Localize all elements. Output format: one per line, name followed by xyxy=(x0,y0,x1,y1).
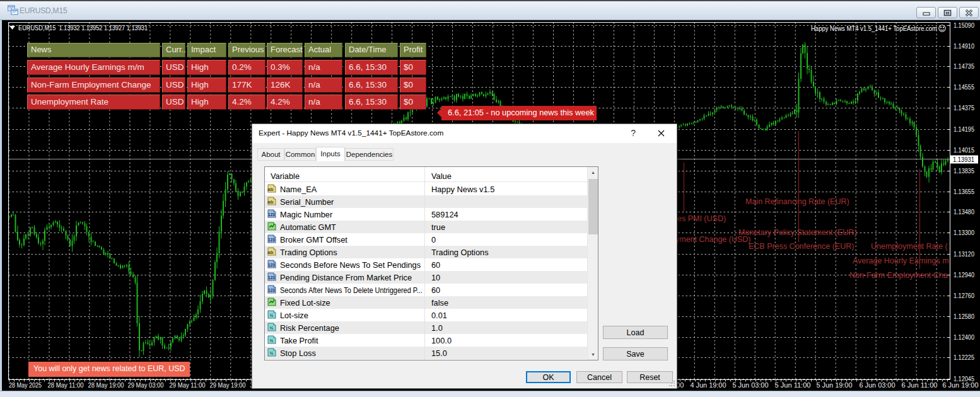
svg-text:1.12760: 1.12760 xyxy=(954,292,974,299)
svg-text:Main Refinancing Rate (EUR): Main Refinancing Rate (EUR) xyxy=(745,197,849,206)
svg-text:1.13655: 1.13655 xyxy=(954,188,974,195)
svg-text:1.12580: 1.12580 xyxy=(954,313,974,320)
svg-text:es PMI (USD): es PMI (USD) xyxy=(677,214,726,223)
svg-text:1.12940: 1.12940 xyxy=(954,271,974,279)
svg-text:1.12225: 1.12225 xyxy=(954,354,974,361)
svg-text:½: ½ xyxy=(270,326,274,330)
svg-text:6 Jun 11:00: 6 Jun 11:00 xyxy=(902,381,938,389)
svg-text:Average Hourly Earnings m: Average Hourly Earnings m xyxy=(853,256,949,265)
svg-text:123: 123 xyxy=(268,212,275,217)
svg-text:ab: ab xyxy=(267,187,273,192)
svg-text:5 Jun 03:00: 5 Jun 03:00 xyxy=(733,381,769,389)
svg-text:Non-Farm Employment Cha: Non-Farm Employment Cha xyxy=(849,271,948,280)
svg-text:6 Jun 03:00: 6 Jun 03:00 xyxy=(860,381,895,389)
svg-text:6 Jun 19:00: 6 Jun 19:00 xyxy=(943,381,979,389)
svg-text:1.14195: 1.14195 xyxy=(954,125,974,133)
svg-text:123: 123 xyxy=(268,263,275,267)
svg-text:1.15090: 1.15090 xyxy=(954,21,974,29)
svg-text:1.14375: 1.14375 xyxy=(954,104,974,112)
svg-text:28 May 2025: 28 May 2025 xyxy=(9,381,42,389)
svg-text:ab: ab xyxy=(267,250,273,255)
svg-text:yment Change (USD): yment Change (USD) xyxy=(675,235,751,244)
svg-text:1.13480: 1.13480 xyxy=(954,208,974,216)
svg-text:1.14555: 1.14555 xyxy=(954,83,974,91)
svg-text:1.13931: 1.13931 xyxy=(953,156,974,163)
svg-text:1.13300: 1.13300 xyxy=(954,229,974,236)
svg-text:1.12400: 1.12400 xyxy=(954,333,974,341)
svg-text:1.14735: 1.14735 xyxy=(954,62,974,70)
svg-text:Monetary Policy Statement (EUR: Monetary Policy Statement (EUR) xyxy=(738,228,857,237)
svg-text:½: ½ xyxy=(270,313,274,318)
svg-text:Happy News MT4 v1.5_1441+ TopE: Happy News MT4 v1.5_1441+ TopEAstore.com xyxy=(811,25,937,32)
svg-text:28 May 19:00: 28 May 19:00 xyxy=(88,381,124,389)
svg-text:29 May 11:00: 29 May 11:00 xyxy=(170,381,206,389)
svg-text:123: 123 xyxy=(268,238,275,242)
svg-text:29 May 19:00: 29 May 19:00 xyxy=(210,381,246,389)
svg-text:ECB Press Conference (EUR): ECB Press Conference (EUR) xyxy=(749,242,854,251)
svg-text:123: 123 xyxy=(268,275,275,280)
svg-text:1.14910: 1.14910 xyxy=(954,42,974,50)
svg-text:½: ½ xyxy=(270,338,274,343)
svg-text:123: 123 xyxy=(268,288,275,292)
svg-text:Unemployment Rate (: Unemployment Rate ( xyxy=(871,242,948,251)
svg-text:1.13120: 1.13120 xyxy=(954,250,974,258)
svg-text:5 Jun 19:00: 5 Jun 19:00 xyxy=(817,381,853,389)
svg-text:1.13835: 1.13835 xyxy=(954,167,974,175)
svg-text:ab: ab xyxy=(267,199,273,205)
svg-text:28 May 11:00: 28 May 11:00 xyxy=(48,381,84,389)
svg-text:1.14015: 1.14015 xyxy=(954,146,974,154)
svg-text:4 Jun 19:00: 4 Jun 19:00 xyxy=(691,381,726,389)
svg-text:29 May 03:00: 29 May 03:00 xyxy=(128,381,164,389)
svg-text:5 Jun 11:00: 5 Jun 11:00 xyxy=(775,381,811,389)
svg-text:EURUSD,M15 1.13932 1.13952 1.: EURUSD,M15 1.13932 1.13952 1.13927 1.139… xyxy=(18,24,148,32)
svg-text:½: ½ xyxy=(270,351,274,355)
